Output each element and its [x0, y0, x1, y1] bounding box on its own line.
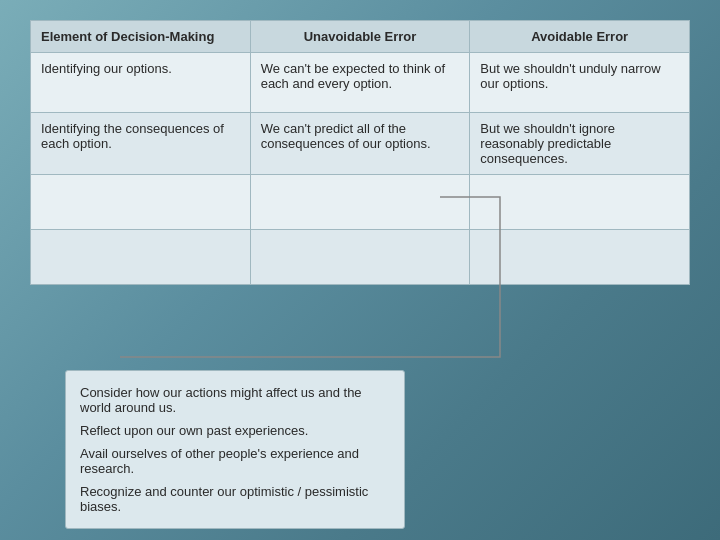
cell-row4-col2 [250, 230, 470, 285]
cell-row1-col3: But we shouldn't unduly narrow our optio… [470, 53, 690, 113]
cell-row3-col1 [31, 175, 251, 230]
cell-row3-col3 [470, 175, 690, 230]
cell-row2-col2: We can't predict all of the consequences… [250, 113, 470, 175]
callout-item-3: Avail ourselves of other people's experi… [80, 442, 390, 480]
cell-row2-col1: Identifying the consequences of each opt… [31, 113, 251, 175]
col-header-unavoidable: Unavoidable Error [250, 21, 470, 53]
table-row: Identifying the consequences of each opt… [31, 113, 690, 175]
cell-row2-col3: But we shouldn't ignore reasonably predi… [470, 113, 690, 175]
cell-row1-col2: We can't be expected to think of each an… [250, 53, 470, 113]
callout-item-4: Recognize and counter our optimistic / p… [80, 480, 390, 518]
cell-row1-col1: Identifying our options. [31, 53, 251, 113]
table-row: Identifying our options. We can't be exp… [31, 53, 690, 113]
table-row-empty1 [31, 175, 690, 230]
callout-box: Consider how our actions might affect us… [65, 370, 405, 529]
decision-table: Element of Decision-Making Unavoidable E… [30, 20, 690, 285]
table-row-empty2 [31, 230, 690, 285]
col-header-element: Element of Decision-Making [31, 21, 251, 53]
callout-item-2: Reflect upon our own past experiences. [80, 419, 390, 442]
cell-row3-col2 [250, 175, 470, 230]
cell-row4-col1 [31, 230, 251, 285]
main-container: Element of Decision-Making Unavoidable E… [0, 0, 720, 540]
callout-item-1: Consider how our actions might affect us… [80, 381, 390, 419]
col-header-avoidable: Avoidable Error [470, 21, 690, 53]
cell-row4-col3 [470, 230, 690, 285]
